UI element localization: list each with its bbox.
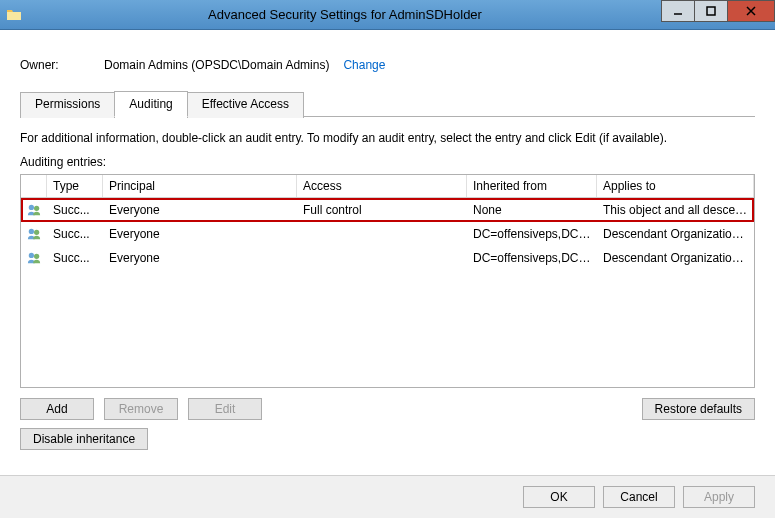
cell-principal: Everyone — [103, 225, 297, 243]
titlebar: Advanced Security Settings for AdminSDHo… — [0, 0, 775, 30]
svg-point-5 — [29, 253, 34, 258]
table-row[interactable]: Succ...EveryoneDC=offensiveps,DC=c...Des… — [21, 246, 754, 270]
cell-access — [297, 256, 467, 260]
minimize-button[interactable] — [661, 0, 695, 22]
entries-label: Auditing entries: — [20, 155, 755, 169]
svg-point-2 — [34, 206, 39, 211]
ok-button[interactable]: OK — [523, 486, 595, 508]
tab-permissions[interactable]: Permissions — [20, 92, 115, 118]
owner-label: Owner: — [20, 58, 104, 72]
add-button[interactable]: Add — [20, 398, 94, 420]
cell-type: Succ... — [47, 249, 103, 267]
cell-applies: Descendant Organizational Un... — [597, 249, 754, 267]
owner-value: Domain Admins (OPSDC\Domain Admins) — [104, 58, 329, 72]
dialog-footer: OK Cancel Apply — [0, 475, 775, 518]
cell-principal: Everyone — [103, 249, 297, 267]
cell-inherited: DC=offensiveps,DC=c... — [467, 225, 597, 243]
grid-header: Type Principal Access Inherited from App… — [21, 175, 754, 198]
col-type[interactable]: Type — [47, 175, 103, 197]
disable-inheritance-button[interactable]: Disable inheritance — [20, 428, 148, 450]
tab-auditing[interactable]: Auditing — [114, 91, 187, 117]
col-inherited[interactable]: Inherited from — [467, 175, 597, 197]
cancel-button[interactable]: Cancel — [603, 486, 675, 508]
svg-point-4 — [34, 230, 39, 235]
tabs: Permissions Auditing Effective Access — [20, 90, 755, 117]
col-principal[interactable]: Principal — [103, 175, 297, 197]
table-row[interactable]: Succ...EveryoneFull controlNoneThis obje… — [21, 198, 754, 222]
svg-point-6 — [34, 254, 39, 259]
cell-access: Full control — [297, 201, 467, 219]
apply-button: Apply — [683, 486, 755, 508]
col-applies[interactable]: Applies to — [597, 175, 754, 197]
owner-row: Owner: Domain Admins (OPSDC\Domain Admin… — [20, 58, 755, 72]
col-access[interactable]: Access — [297, 175, 467, 197]
auditing-grid: Type Principal Access Inherited from App… — [20, 174, 755, 388]
users-icon — [21, 248, 47, 268]
folder-icon — [6, 7, 22, 23]
users-icon — [21, 224, 47, 244]
svg-point-3 — [29, 229, 34, 234]
table-row[interactable]: Succ...EveryoneDC=offensiveps,DC=c...Des… — [21, 222, 754, 246]
change-owner-link[interactable]: Change — [343, 58, 385, 72]
cell-inherited: DC=offensiveps,DC=c... — [467, 249, 597, 267]
svg-point-1 — [29, 205, 34, 210]
cell-applies: Descendant Organizational Un... — [597, 225, 754, 243]
info-text: For additional information, double-click… — [20, 131, 755, 145]
edit-button: Edit — [188, 398, 262, 420]
window-title: Advanced Security Settings for AdminSDHo… — [28, 7, 662, 22]
close-button[interactable] — [727, 0, 775, 22]
cell-type: Succ... — [47, 225, 103, 243]
cell-access — [297, 232, 467, 236]
cell-type: Succ... — [47, 201, 103, 219]
cell-applies: This object and all descendant... — [597, 201, 754, 219]
cell-principal: Everyone — [103, 201, 297, 219]
maximize-button[interactable] — [694, 0, 728, 22]
cell-inherited: None — [467, 201, 597, 219]
col-icon[interactable] — [21, 175, 47, 197]
users-icon — [21, 200, 47, 220]
svg-rect-0 — [707, 7, 715, 15]
tab-effective-access[interactable]: Effective Access — [187, 92, 304, 118]
remove-button: Remove — [104, 398, 178, 420]
restore-defaults-button[interactable]: Restore defaults — [642, 398, 755, 420]
